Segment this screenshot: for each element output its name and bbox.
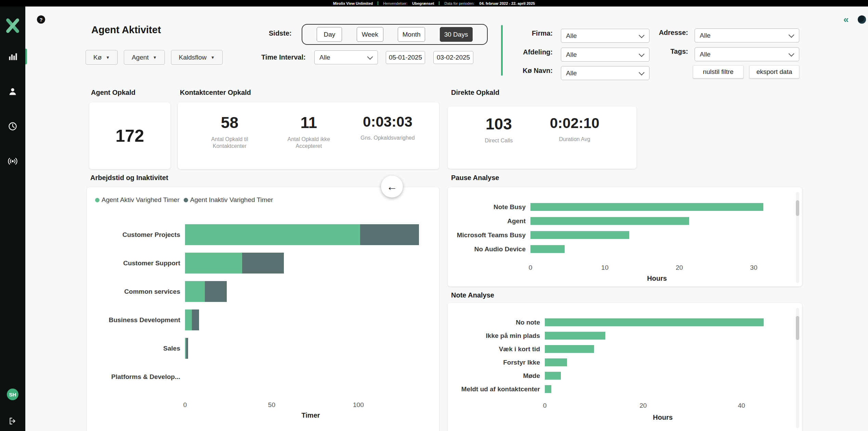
time-interval-label: Time Interval: <box>261 53 306 61</box>
export-data-button[interactable]: eksport data <box>749 65 799 78</box>
help-icon[interactable]: ? <box>37 15 45 24</box>
stat-value: 103 <box>486 116 512 132</box>
adresse-label: Adresse: <box>631 29 688 37</box>
sign-out-icon[interactable] <box>8 417 17 426</box>
adresse-value: Alle <box>700 32 711 39</box>
scrollbar[interactable] <box>796 192 799 283</box>
agent-opkald-card: 172 <box>89 102 170 169</box>
topbar-divider <box>439 1 439 5</box>
ko-navn-label: Kø Navn: <box>496 67 553 75</box>
bar-track <box>545 358 781 366</box>
filter-chips: Kø ▼ Agent ▼ Kaldsflow ▼ <box>86 50 223 65</box>
stat-label: Direct Calls <box>485 137 513 144</box>
topbar: Mirolix View Unlimited Henvendelser: Ube… <box>0 0 868 7</box>
stat-value: 0:03:03 <box>363 115 412 129</box>
tags-select[interactable]: Alle <box>695 47 799 61</box>
category-label: Microsoft Teams Busy <box>448 231 530 239</box>
bar-segment <box>185 224 360 245</box>
stat-value: 0:02:10 <box>550 116 600 130</box>
logo-x-icon <box>4 17 22 35</box>
bar-segment <box>185 281 205 302</box>
ko-filter-chip[interactable]: Kø ▼ <box>86 50 118 65</box>
pause-chart-card: Note BusyAgentMicrosoft Teams BusyNo Aud… <box>448 187 802 287</box>
requests-value: Ubegrænset <box>412 1 434 5</box>
direkte-card: 103 Direct Calls 0:02:10 Duration Avg <box>448 106 636 169</box>
scrollbar[interactable] <box>796 308 799 428</box>
chart-row: Customer Projects <box>87 220 436 249</box>
bar-segment <box>545 345 594 353</box>
chart-row: Sales <box>87 334 436 363</box>
axis-tick: 50 <box>268 401 275 409</box>
axis-tick: 10 <box>601 264 608 271</box>
bar-track <box>530 231 784 239</box>
bar-segment <box>186 338 188 359</box>
sidebar-item-live[interactable] <box>6 154 19 168</box>
agent-filter-chip[interactable]: Agent ▼ <box>124 50 165 65</box>
sidebar-item-agents[interactable] <box>6 85 19 98</box>
chevron-down-icon: ▼ <box>153 55 157 60</box>
time-interval-select[interactable]: Alle <box>314 50 378 64</box>
chart-row: Møde <box>448 369 781 382</box>
axis-tick: 0 <box>183 401 187 409</box>
chart-row: Forstyr Ikke <box>448 356 781 369</box>
stat: 58 Antal Opkald til Kontaktcenter <box>202 115 257 150</box>
axis-tick: 20 <box>676 264 683 271</box>
bar-track <box>185 309 436 330</box>
bar-track <box>545 332 781 340</box>
date-from-input[interactable]: 05-01-2025 <box>386 51 425 64</box>
kaldsflow-filter-chip[interactable]: Kaldsflow ▼ <box>171 50 223 65</box>
sidste-label: Sidste: <box>269 29 292 37</box>
collapse-panel-icon[interactable]: « <box>843 15 849 24</box>
broadcast-icon <box>8 156 18 166</box>
afdeling-value: Alle <box>566 51 577 59</box>
scrollbar-thumb[interactable] <box>796 316 799 340</box>
period-week-button[interactable]: Week <box>357 27 383 42</box>
chevron-down-icon: ▼ <box>211 55 215 60</box>
bar-track <box>545 318 781 326</box>
chart-row: Customer Support <box>87 249 436 277</box>
stat-label: Antal Opkald ikke Accepteret <box>281 136 336 150</box>
bar-track <box>185 366 436 387</box>
bar-chart-icon <box>8 52 17 61</box>
time-interval-value: Alle <box>319 54 330 61</box>
user-icon <box>8 87 17 96</box>
category-label: Customer Projects <box>87 231 185 239</box>
back-button[interactable]: ← <box>381 176 403 198</box>
bar-track <box>545 372 781 380</box>
worktime-chart-card: Agent Aktiv Varighed Timer Agent Inaktiv… <box>87 187 439 431</box>
theme-toggle-icon[interactable] <box>858 15 866 24</box>
app-logo[interactable] <box>4 17 22 35</box>
ko-navn-value: Alle <box>566 69 577 77</box>
scrollbar-thumb[interactable] <box>796 200 799 216</box>
firma-value: Alle <box>566 32 577 40</box>
bar-track <box>185 224 436 245</box>
bar-track <box>545 345 781 353</box>
period-30days-button[interactable]: 30 Days <box>440 27 473 42</box>
legend-dot-inactive <box>184 198 188 202</box>
agent-opkald-title: Agent Opkald <box>91 89 135 97</box>
stat-label: Duration Avg <box>559 136 590 143</box>
category-label: Agent <box>448 217 530 225</box>
period-month-button[interactable]: Month <box>398 27 425 42</box>
afdeling-label: Afdeling: <box>496 48 553 56</box>
avatar[interactable]: SH <box>7 389 18 400</box>
axis-tick: 40 <box>738 402 745 409</box>
ko-navn-select[interactable]: Alle <box>561 66 649 80</box>
requests-label: Henvendelser: <box>383 1 407 5</box>
period-day-button[interactable]: Day <box>317 27 342 42</box>
x-axis-label: Hours <box>545 414 781 421</box>
adresse-select[interactable]: Alle <box>695 28 799 42</box>
reset-filters-button[interactable]: nulstil filtre <box>693 65 744 78</box>
agent-opkald-value: 172 <box>89 102 170 169</box>
date-to-input[interactable]: 03-02-2025 <box>433 51 473 64</box>
category-label: Common services <box>87 288 185 295</box>
category-label: Forstyr Ikke <box>448 359 545 366</box>
sidebar-item-history[interactable] <box>6 119 19 133</box>
stat-label: Gns. Opkaldsvarighed <box>360 135 415 141</box>
bar-segment <box>545 385 551 393</box>
category-label: Væk i kort tid <box>448 345 545 353</box>
sidebar: SH <box>0 7 25 431</box>
sidebar-item-statistics[interactable] <box>6 50 19 63</box>
bar-segment <box>242 253 284 274</box>
topbar-divider <box>378 1 378 5</box>
